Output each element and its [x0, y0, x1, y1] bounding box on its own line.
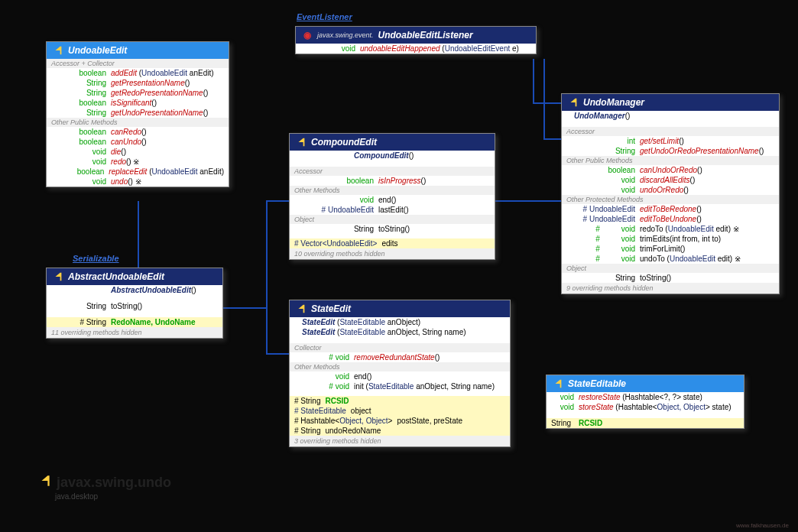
- module-name: java.desktop: [55, 492, 98, 501]
- uel-box: ◉ javax.swing.event.UndoableEditListener…: [295, 26, 537, 54]
- ste-header: StateEditable: [547, 375, 744, 392]
- interface-icon: [553, 378, 563, 389]
- undo-manager-box: UndoManager UndoManager() Accessor intge…: [561, 93, 780, 294]
- conn-h3: [266, 353, 290, 355]
- conn-v4: [543, 59, 545, 139]
- abstract-undoable-edit-box: AbstractUndoableEdit AbstractUndoableEdi…: [46, 268, 223, 339]
- conn-v2: [266, 200, 268, 355]
- aue-header: AbstractUndoableEdit: [47, 268, 222, 285]
- undoable-edit-title: UndoableEdit: [68, 45, 127, 56]
- conn-h2: [266, 200, 290, 202]
- interface-icon: [53, 45, 63, 56]
- se-header: StateEdit: [290, 300, 510, 317]
- class-icon: [568, 97, 579, 108]
- conn-h4: [493, 200, 562, 202]
- conn-v1: [138, 201, 139, 268]
- package-title: javax.swing.undo: [38, 474, 171, 491]
- state-edit-box: StateEdit StateEdit (StateEditable anObj…: [289, 300, 511, 447]
- conn-v3: [533, 59, 534, 103]
- um-header: UndoManager: [562, 94, 779, 111]
- class-icon: [53, 271, 63, 282]
- aue-footer: 11 overriding methods hidden: [47, 327, 222, 338]
- eventlistener-tag: EventListener: [297, 12, 352, 21]
- serializable-tag: Serializable: [73, 254, 119, 263]
- ue-sec2: Other Public Methods: [47, 118, 229, 127]
- class-icon: [296, 137, 307, 148]
- um-title: UndoManager: [583, 97, 644, 108]
- conn-h1: [222, 307, 268, 309]
- ste-title: StateEditable: [568, 378, 626, 389]
- uel-title: UndoableEditListener: [378, 30, 473, 41]
- se-title: StateEdit: [311, 303, 351, 314]
- compound-edit-box: CompoundEdit CompoundEdit() Accessor boo…: [289, 133, 495, 260]
- uel-header: ◉ javax.swing.event.UndoableEditListener: [296, 27, 536, 44]
- ue-sec1: Accessor + Collector: [47, 59, 229, 68]
- undoable-edit-box: UndoableEdit Accessor + Collector boolea…: [46, 41, 229, 187]
- package-icon: [38, 474, 52, 491]
- conn-h6: [543, 138, 562, 140]
- undoable-edit-header: UndoableEdit: [47, 42, 229, 59]
- credit: www.falkhausen.de: [736, 522, 789, 529]
- ce-header: CompoundEdit: [290, 134, 495, 151]
- conn-h5: [533, 102, 562, 104]
- aue-title: AbstractUndoableEdit: [68, 271, 164, 282]
- state-editable-box: StateEditable voidrestoreState (Hashtabl…: [546, 375, 744, 429]
- ce-title: CompoundEdit: [311, 137, 377, 148]
- uel-prefix: javax.swing.event.: [317, 31, 374, 39]
- class-icon: [296, 303, 307, 314]
- listener-icon: ◉: [302, 30, 313, 41]
